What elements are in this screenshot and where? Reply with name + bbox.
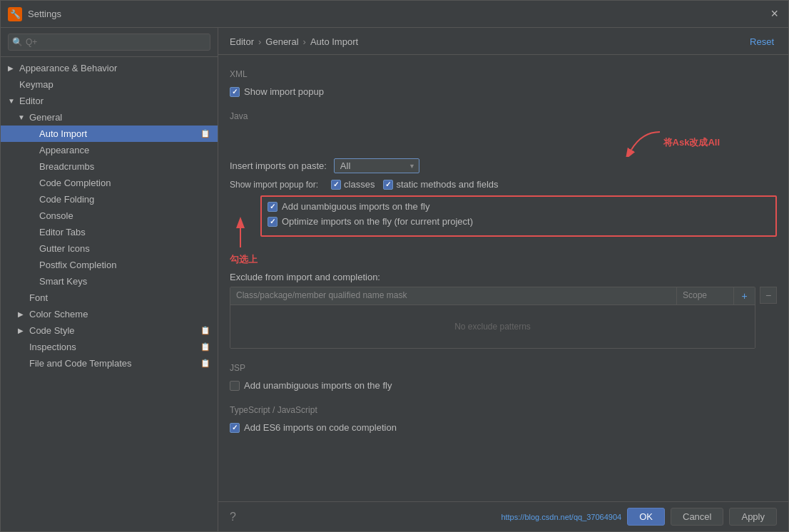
static-methods-checkbox-item[interactable]: ✓ static methods and fields xyxy=(383,179,498,190)
exclude-table-wrapper: Class/package/member qualified name mask… xyxy=(230,287,755,349)
content-body: XML ✓ Show import popup Java xyxy=(218,55,788,501)
copy-icon: 📋 xyxy=(200,359,210,368)
sidebar-label: Code Folding xyxy=(39,194,210,205)
sidebar-label: Editor xyxy=(19,96,210,106)
breadcrumb-general: General xyxy=(265,36,298,47)
annotation-check-text: 勾选上 xyxy=(230,253,258,266)
arrow-icon xyxy=(28,277,38,285)
sidebar-item-postfix-completion[interactable]: Postfix Completion xyxy=(1,257,218,273)
copy-icon: 📋 xyxy=(200,129,210,138)
java-section: Java xyxy=(230,111,777,349)
sidebar-label: Postfix Completion xyxy=(39,260,210,270)
optimize-imports-text: Optimize imports on the fly (for current… xyxy=(282,216,473,227)
breadcrumb-auto-import: Auto Import xyxy=(310,36,358,47)
sidebar-label: Console xyxy=(39,210,210,221)
ts-add-es6-checkbox[interactable]: ✓ xyxy=(230,423,240,433)
arrow-icon: ▶ xyxy=(18,310,28,318)
sidebar-item-appearance[interactable]: Appearance xyxy=(1,142,218,158)
sidebar-item-keymap[interactable]: Keymap xyxy=(1,76,218,93)
settings-window: 🔧 Settings × 🔍 ▶ Appearance & Behavior xyxy=(0,0,789,532)
col-scope-header: Scope xyxy=(676,287,733,305)
breadcrumb-sep-1: › xyxy=(258,36,261,47)
search-input[interactable] xyxy=(8,34,210,51)
insert-imports-row: Insert imports on paste: All Ask None xyxy=(230,158,777,173)
annotation-ask-to-all: 将Ask改成All xyxy=(230,128,720,157)
sidebar-label: Font xyxy=(29,292,210,303)
sidebar-label: Color Scheme xyxy=(29,309,210,319)
checkboxes-inline: ✓ classes ✓ static methods and fields xyxy=(331,179,498,190)
sidebar-label: Auto Import xyxy=(39,128,200,139)
search-box: 🔍 xyxy=(1,28,218,57)
sidebar-item-general[interactable]: ▼ General xyxy=(1,109,218,126)
remove-exclude-button[interactable]: − xyxy=(760,287,777,304)
add-exclude-button[interactable]: + xyxy=(733,287,755,305)
sidebar-item-color-scheme[interactable]: ▶ Color Scheme xyxy=(1,306,218,322)
sidebar-item-appearance-behavior[interactable]: ▶ Appearance & Behavior xyxy=(1,60,218,76)
sidebar-item-editor-tabs[interactable]: Editor Tabs xyxy=(1,224,218,240)
jsp-add-unambiguous-label[interactable]: Add unambiguous imports on the fly xyxy=(230,380,392,391)
sidebar-item-code-completion[interactable]: Code Completion xyxy=(1,175,218,191)
add-unambiguous-checkbox[interactable]: ✓ xyxy=(268,202,278,212)
java-section-title: Java xyxy=(230,111,777,121)
sidebar-item-code-style[interactable]: ▶ Code Style 📋 xyxy=(1,322,218,339)
annotation-arrow-container: 将Ask改成All xyxy=(621,128,720,157)
close-button[interactable]: × xyxy=(768,6,781,21)
highlighted-checkboxes-box: ✓ Add unambiguous imports on the fly ✓ xyxy=(260,195,777,237)
cancel-button[interactable]: Cancel xyxy=(671,508,723,526)
ts-add-es6-label[interactable]: ✓ Add ES6 imports on code completion xyxy=(230,422,397,433)
apply-button[interactable]: Apply xyxy=(729,508,777,526)
sidebar-item-file-and-code-templates[interactable]: File and Code Templates 📋 xyxy=(1,355,218,372)
copy-icon: 📋 xyxy=(200,342,210,352)
sidebar-item-editor[interactable]: ▼ Editor xyxy=(1,93,218,109)
xml-show-import-popup-label[interactable]: ✓ Show import popup xyxy=(230,86,324,97)
arrow-icon xyxy=(18,359,28,367)
static-methods-label: static methods and fields xyxy=(396,179,498,190)
xml-show-import-popup-checkbox[interactable]: ✓ xyxy=(230,87,240,97)
sidebar-item-inspections[interactable]: Inspections 📋 xyxy=(1,339,218,355)
optimize-imports-label[interactable]: ✓ Optimize imports on the fly (for curre… xyxy=(268,216,473,227)
ok-button[interactable]: OK xyxy=(627,508,665,526)
annotation-text-ask-all: 将Ask改成All xyxy=(663,136,720,149)
content-panel: Editor › General › Auto Import Reset XML… xyxy=(218,28,788,531)
sidebar-item-auto-import[interactable]: Auto Import 📋 xyxy=(1,126,218,142)
arrow-icon xyxy=(28,146,38,154)
exclude-label-row: Exclude from import and completion: xyxy=(230,272,777,282)
reset-button[interactable]: Reset xyxy=(747,35,777,48)
xml-section: XML ✓ Show import popup xyxy=(230,69,777,97)
exclude-table-body: No exclude patterns xyxy=(230,305,755,348)
breadcrumb: Editor › General › Auto Import xyxy=(230,36,358,47)
classes-checkbox-item[interactable]: ✓ classes xyxy=(331,179,375,190)
xml-show-import-popup-row: ✓ Show import popup xyxy=(230,86,777,97)
sidebar-item-breadcrumbs[interactable]: Breadcrumbs xyxy=(1,158,218,175)
check-mark: ✓ xyxy=(270,218,275,225)
content-header: Editor › General › Auto Import Reset xyxy=(218,28,788,55)
sidebar-label: Gutter Icons xyxy=(39,243,210,254)
app-icon: 🔧 xyxy=(8,7,22,21)
exclude-side-buttons: − xyxy=(760,287,777,305)
xml-section-title: XML xyxy=(230,69,777,79)
breadcrumb-sep-2: › xyxy=(303,36,306,47)
sidebar-item-smart-keys[interactable]: Smart Keys xyxy=(1,273,218,290)
help-button[interactable]: ? xyxy=(230,511,236,523)
static-methods-checkbox[interactable]: ✓ xyxy=(383,180,393,190)
insert-imports-label: Insert imports on paste: xyxy=(230,160,327,171)
sidebar-item-console[interactable]: Console xyxy=(1,208,218,224)
optimize-imports-checkbox[interactable]: ✓ xyxy=(268,217,278,227)
arrow-icon xyxy=(28,261,38,269)
optimize-imports-row: ✓ Optimize imports on the fly (for curre… xyxy=(268,216,770,227)
exclude-section: Exclude from import and completion: Clas… xyxy=(230,272,777,349)
check-mark: ✓ xyxy=(333,180,339,188)
sidebar-label: Editor Tabs xyxy=(39,227,210,237)
add-unambiguous-label[interactable]: ✓ Add unambiguous imports on the fly xyxy=(268,201,429,212)
sidebar-label: Breadcrumbs xyxy=(39,161,210,172)
sidebar-label: Code Style xyxy=(29,325,200,336)
sidebar-label: Appearance & Behavior xyxy=(19,63,210,73)
insert-imports-dropdown[interactable]: All Ask None xyxy=(334,158,419,173)
sidebar-item-code-folding[interactable]: Code Folding xyxy=(1,191,218,208)
footer-link: https://blog.csdn.net/qq_37064904 xyxy=(501,513,621,521)
classes-checkbox[interactable]: ✓ xyxy=(331,180,341,190)
jsp-add-unambiguous-checkbox[interactable] xyxy=(230,381,240,391)
footer-right: https://blog.csdn.net/qq_37064904 OK Can… xyxy=(501,508,777,526)
sidebar-item-font[interactable]: Font xyxy=(1,290,218,306)
sidebar-item-gutter-icons[interactable]: Gutter Icons xyxy=(1,240,218,257)
